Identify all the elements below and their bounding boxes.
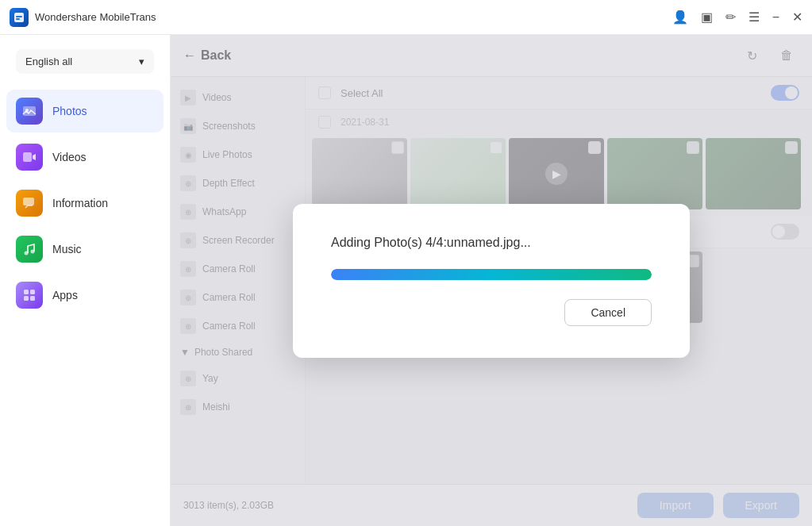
minimize-icon[interactable]: −	[772, 10, 779, 25]
menu-icon[interactable]: ☰	[749, 10, 760, 25]
cancel-button[interactable]: Cancel	[564, 299, 652, 326]
profile-icon[interactable]: 👤	[672, 10, 688, 25]
edit-icon[interactable]: ✏	[725, 10, 736, 25]
sidebar-item-label: Information	[52, 197, 108, 209]
close-icon[interactable]: ✕	[792, 10, 802, 25]
progress-bar-container	[331, 269, 652, 280]
sidebar-item-label: Music	[52, 243, 82, 255]
lang-label: English all	[25, 56, 72, 67]
svg-rect-1	[16, 16, 22, 17]
sidebar-item-videos[interactable]: Videos	[6, 136, 164, 179]
svg-rect-5	[23, 152, 32, 162]
chevron-down-icon: ▾	[139, 56, 144, 67]
main-container: English all ▾ Photos Videos I	[0, 35, 812, 526]
music-icon	[16, 236, 43, 263]
photos-icon	[16, 98, 43, 125]
svg-point-8	[31, 250, 35, 254]
sidebar-item-information[interactable]: Information	[6, 182, 164, 225]
bookmark-icon[interactable]: ▣	[701, 10, 713, 25]
svg-rect-2	[16, 18, 20, 20]
title-bar-controls: 👤 ▣ ✏ ☰ − ✕	[672, 10, 802, 25]
progress-bar-fill	[331, 269, 652, 280]
modal-box: Adding Photo(s) 4/4:unnamed.jpg... Cance…	[293, 204, 690, 358]
sidebar-item-apps[interactable]: Apps	[6, 274, 164, 317]
language-selector[interactable]: English all ▾	[16, 49, 154, 74]
information-icon	[16, 190, 43, 217]
app-icon	[10, 8, 29, 27]
modal-overlay: Adding Photo(s) 4/4:unnamed.jpg... Cance…	[171, 35, 812, 526]
videos-icon	[16, 144, 43, 171]
svg-rect-6	[23, 198, 34, 205]
sidebar: English all ▾ Photos Videos I	[0, 35, 171, 526]
apps-icon	[16, 282, 43, 309]
modal-actions: Cancel	[331, 299, 652, 326]
svg-rect-9	[24, 290, 29, 294]
sidebar-item-label: Apps	[52, 289, 78, 301]
sidebar-header: English all ▾	[6, 43, 164, 80]
title-bar-left: Wondershare MobileTrans	[10, 8, 156, 27]
svg-point-7	[25, 251, 29, 255]
content-area: ← Back ↻ 🗑 ▶ Videos 📷 Screenshots	[171, 35, 812, 526]
svg-rect-11	[24, 296, 29, 301]
sidebar-item-label: Photos	[52, 105, 87, 117]
modal-message: Adding Photo(s) 4/4:unnamed.jpg...	[331, 236, 652, 250]
sidebar-item-photos[interactable]: Photos	[6, 90, 164, 132]
title-bar: Wondershare MobileTrans 👤 ▣ ✏ ☰ − ✕	[0, 0, 812, 35]
svg-rect-3	[23, 106, 36, 116]
sidebar-item-label: Videos	[52, 151, 87, 163]
app-title: Wondershare MobileTrans	[35, 11, 156, 23]
svg-rect-12	[30, 296, 35, 301]
svg-rect-10	[30, 290, 35, 294]
sidebar-item-music[interactable]: Music	[6, 228, 164, 271]
sidebar-nav: Photos Videos Information Music	[0, 86, 170, 320]
